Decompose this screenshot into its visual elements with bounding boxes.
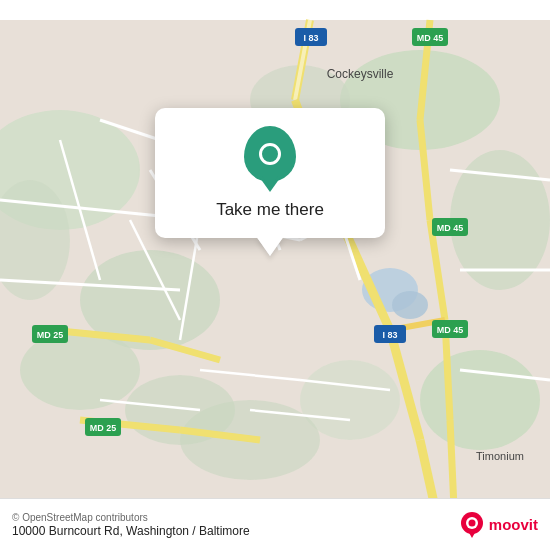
- svg-text:Cockeysville: Cockeysville: [327, 67, 394, 81]
- map-container: I 83 MD 45 MD 45 MD 45 I 83 MD 25 MD 25 …: [0, 0, 550, 550]
- map-background: I 83 MD 45 MD 45 MD 45 I 83 MD 25 MD 25 …: [0, 0, 550, 550]
- take-me-there-button[interactable]: Take me there: [173, 196, 367, 224]
- address-text: 10000 Burncourt Rd, Washington / Baltimo…: [12, 524, 250, 538]
- popup-card: Take me there: [155, 108, 385, 238]
- moovit-logo: moovit: [458, 511, 538, 539]
- svg-point-13: [392, 291, 428, 319]
- marker-inner-circle: [259, 143, 281, 165]
- copyright-text: © OpenStreetMap contributors: [12, 512, 250, 523]
- bottom-left-info: © OpenStreetMap contributors 10000 Burnc…: [12, 512, 250, 538]
- svg-text:I 83: I 83: [382, 330, 397, 340]
- svg-point-67: [468, 519, 475, 526]
- location-marker-icon: [244, 126, 296, 182]
- bottom-bar: © OpenStreetMap contributors 10000 Burnc…: [0, 498, 550, 550]
- svg-point-6: [420, 350, 540, 450]
- svg-text:MD 25: MD 25: [37, 330, 64, 340]
- svg-text:MD 25: MD 25: [90, 423, 117, 433]
- moovit-label: moovit: [489, 516, 538, 533]
- svg-text:MD 45: MD 45: [437, 325, 464, 335]
- svg-text:Timonium: Timonium: [476, 450, 524, 462]
- svg-text:MD 45: MD 45: [437, 223, 464, 233]
- svg-marker-68: [468, 531, 476, 538]
- svg-text:I 83: I 83: [303, 33, 318, 43]
- svg-text:MD 45: MD 45: [417, 33, 444, 43]
- moovit-icon: [458, 511, 486, 539]
